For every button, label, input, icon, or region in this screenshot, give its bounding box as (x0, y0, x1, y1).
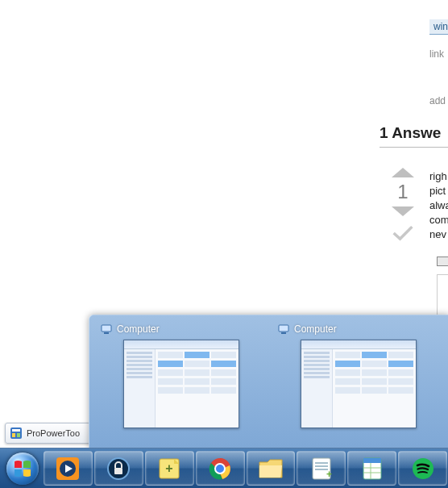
add-comment-link[interactable]: add (429, 95, 446, 106)
answer-line: alwa (429, 198, 448, 213)
notepad-icon: + (310, 457, 333, 481)
svg-rect-3 (17, 433, 20, 437)
partial-window-titlebar (437, 257, 448, 266)
answer-line: righ (429, 169, 448, 184)
taskbar-button-spreadsheet-app[interactable] (347, 451, 396, 486)
taskbar-button-file-explorer[interactable] (247, 451, 296, 486)
svg-rect-6 (279, 325, 288, 332)
taskbar-thumbnail-flyout: Computer Computer (89, 315, 448, 448)
sticky-note-icon: + (157, 457, 181, 481)
accept-answer-button[interactable] (392, 224, 414, 245)
taskbar-button-sticky-notes[interactable]: + (145, 451, 194, 486)
upvote-button[interactable] (392, 168, 414, 177)
svg-rect-4 (102, 325, 111, 332)
svg-rect-24 (363, 458, 381, 463)
app-icon (10, 428, 22, 439)
chrome-icon (208, 457, 232, 481)
svg-rect-5 (104, 332, 109, 334)
windows-logo-icon (6, 453, 39, 485)
taskbar-button-lock-app[interactable] (94, 451, 143, 486)
propowertools-label: ProPowerToo (27, 428, 80, 438)
window-thumbnail[interactable] (123, 340, 239, 428)
thumbnail-item[interactable]: Computer (97, 320, 267, 428)
downvote-button[interactable] (392, 206, 414, 216)
answer-body: righ pict alwa com nev (429, 169, 448, 242)
taskbar-button-notepad-plus[interactable]: + (297, 451, 346, 486)
svg-rect-1 (12, 429, 20, 432)
thumbnail-title: Computer (294, 323, 337, 335)
answer-line: nev (429, 227, 448, 242)
taskbar-button-spotify[interactable] (398, 451, 447, 486)
window-thumbnail[interactable] (301, 340, 417, 428)
svg-rect-2 (12, 433, 15, 437)
computer-icon (278, 323, 289, 335)
taskbar-button-chrome[interactable] (196, 451, 245, 486)
lock-circle-icon (106, 456, 131, 482)
answer-line: pict (429, 184, 448, 198)
vote-score: 1 (397, 182, 408, 202)
taskbar-button-media-player[interactable] (44, 451, 93, 486)
spotify-icon (411, 457, 435, 481)
share-link[interactable]: link (429, 48, 444, 60)
vote-column: 1 (391, 168, 415, 245)
taskbar: + + (0, 448, 448, 488)
question-tag[interactable]: wind (429, 19, 448, 35)
answer-line: com (429, 213, 448, 227)
answers-heading: 1 Answe (380, 124, 448, 148)
svg-text:+: + (326, 469, 332, 480)
svg-rect-7 (281, 332, 286, 334)
thumbnail-item[interactable]: Computer (275, 320, 444, 428)
svg-text:+: + (166, 461, 173, 475)
start-button[interactable] (2, 450, 43, 486)
thumbnail-title: Computer (117, 323, 160, 335)
folder-icon (258, 457, 284, 480)
svg-rect-12 (114, 468, 122, 474)
computer-icon (101, 323, 112, 335)
spreadsheet-icon (361, 457, 384, 481)
media-player-icon (55, 456, 81, 482)
